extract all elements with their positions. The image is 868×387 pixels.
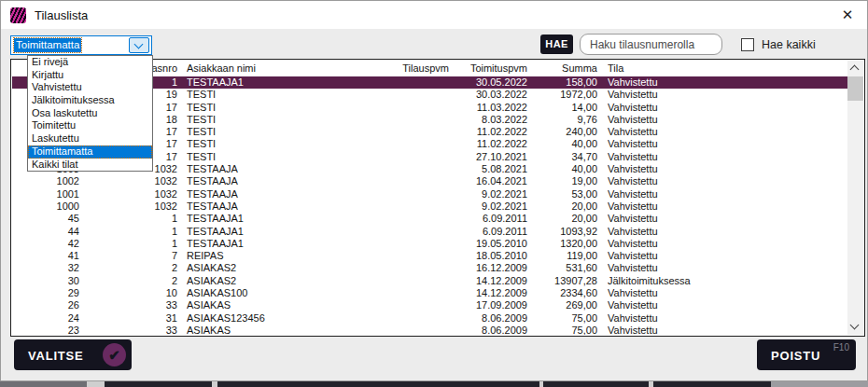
table-cell: 7	[87, 250, 177, 262]
table-cell: 8.03.2022	[432, 114, 527, 126]
table-row[interactable]: 10011032TESTAAJA9.02.202153,00Vahvistett…	[12, 188, 847, 200]
table-cell: ASIAKAS2	[187, 275, 355, 287]
search-input[interactable]	[580, 34, 722, 55]
table-cell: Vahvistettu	[608, 76, 794, 89]
chevron-down-icon	[134, 40, 144, 49]
filter-option[interactable]: Jälkitoimituksessa	[28, 94, 152, 107]
table-cell: TESTAAJA	[187, 200, 355, 213]
table-cell: 30.05.2022	[432, 76, 527, 89]
table-row[interactable]: 10001032TESTAAJA9.02.202120,00Vahvistett…	[12, 200, 847, 213]
table-cell: 33	[87, 325, 177, 335]
table-cell: TESTAAJA	[187, 163, 355, 175]
table-cell: 11.02.2022	[432, 138, 527, 150]
table-row[interactable]: 2333ASIAKAS8.06.200975,00Vahvistettu	[12, 325, 847, 335]
table-row[interactable]: 302ASIAKAS214.12.200913907,28Jälkitoimit…	[12, 275, 847, 287]
valitse-button[interactable]: VALITSE ✔	[14, 339, 132, 370]
table-cell: 32	[14, 262, 79, 274]
table-cell: Vahvistettu	[608, 126, 794, 138]
table-cell: 53,00	[535, 188, 597, 200]
table-row[interactable]: 322ASIAKAS216.12.2009531,60Vahvistettu	[12, 262, 847, 274]
table-cell: Vahvistettu	[608, 262, 794, 274]
table-cell: 23	[14, 325, 79, 335]
table-cell: TESTI	[187, 102, 355, 114]
chevron-down-icon	[850, 321, 860, 330]
table-cell: 17.09.2009	[432, 299, 527, 311]
filter-option[interactable]: Kaikki tilat	[28, 159, 152, 172]
table-cell: 1032	[87, 175, 177, 187]
table-cell: 33	[87, 299, 177, 311]
hae-kaikki-checkbox[interactable]	[741, 38, 754, 51]
column-header[interactable]: Summa	[535, 61, 597, 76]
table-row[interactable]: 2633ASIAKAS17.09.2009269,00Vahvistettu	[12, 299, 847, 311]
table-row[interactable]: 10021032TESTAAJA16.04.202119,00Vahvistet…	[12, 175, 847, 187]
column-header[interactable]: Asiakkaan nimi	[187, 61, 355, 76]
filter-option[interactable]: Osa laskutettu	[28, 107, 152, 120]
table-cell: 9,76	[535, 114, 597, 126]
filter-combobox[interactable]: Toimittamatta	[10, 35, 152, 55]
table-cell: 8.06.2009	[432, 325, 527, 335]
table-cell: 41	[14, 250, 79, 262]
table-row[interactable]: 2431ASIAKAS1234568.06.200975,00Vahvistet…	[12, 312, 847, 325]
table-cell: ASIAKAS100	[187, 287, 355, 299]
scrollbar-thumb[interactable]	[847, 76, 863, 101]
filter-option[interactable]: Toimitettu	[28, 119, 152, 132]
filter-option[interactable]: Ei rivejä	[28, 56, 152, 69]
table-cell: TESTAAJA1	[187, 76, 355, 89]
table-cell: 1	[87, 226, 177, 238]
filter-option[interactable]: Toimittamatta	[28, 145, 152, 159]
table-cell: Vahvistettu	[608, 138, 794, 150]
table-cell: 1032	[87, 200, 177, 213]
table-cell: Vahvistettu	[608, 287, 794, 299]
table-cell: 1002	[14, 175, 79, 187]
table-cell: ASIAKAS123456	[187, 312, 355, 325]
table-row[interactable]: 451TESTAAJA16.09.201120,00Vahvistettu	[12, 213, 847, 225]
table-cell: Vahvistettu	[608, 102, 794, 114]
table-row[interactable]: 2910ASIAKAS10014.12.20092334,60Vahvistet…	[12, 287, 847, 299]
table-cell: TESTAAJA1	[187, 238, 355, 250]
column-header[interactable]: Toimituspvm	[432, 61, 527, 76]
table-cell: ASIAKAS2	[187, 262, 355, 274]
table-cell: 40,00	[535, 138, 597, 150]
table-cell: 2334,60	[535, 287, 597, 299]
table-row[interactable]: 421TESTAAJA119.05.20101320,00Vahvistettu	[12, 238, 847, 250]
filter-option[interactable]: Kirjattu	[28, 69, 152, 82]
table-cell: 34,70	[535, 151, 597, 163]
scroll-down-button[interactable]	[847, 319, 863, 335]
table-cell: 158,00	[535, 76, 597, 89]
combo-dropdown-button[interactable]	[129, 37, 149, 53]
column-header[interactable]: Tila	[608, 61, 794, 76]
filter-option[interactable]: Laskutettu	[28, 132, 152, 145]
taskbar-segment	[543, 381, 649, 387]
table-cell: ASIAKAS	[187, 299, 355, 311]
table-cell: 1001	[14, 188, 79, 200]
table-cell: Vahvistettu	[608, 325, 794, 335]
table-cell: Vahvistettu	[608, 213, 794, 225]
table-cell: TESTAAJA	[187, 175, 355, 187]
vertical-scrollbar[interactable]	[847, 61, 863, 335]
table-cell: 30.03.2022	[432, 89, 527, 101]
filter-option[interactable]: Vahvistettu	[28, 81, 152, 94]
table-cell: 9.02.2021	[432, 188, 527, 200]
table-cell: 24	[14, 312, 79, 325]
taskbar-segment	[653, 381, 771, 387]
scroll-up-button[interactable]	[847, 61, 863, 76]
table-cell: 6.09.2011	[432, 226, 527, 238]
table-cell: 269,00	[535, 299, 597, 311]
table-cell: 16.12.2009	[432, 262, 527, 274]
table-cell: 240,00	[535, 126, 597, 138]
close-icon[interactable]: ✕	[839, 7, 856, 23]
table-cell: 2	[87, 262, 177, 274]
poistu-button[interactable]: POISTU F10	[757, 339, 856, 370]
poistu-hotkey: F10	[833, 342, 849, 352]
table-cell: 119,00	[535, 250, 597, 262]
table-cell: 6.09.2011	[432, 213, 527, 225]
table-cell: 531,60	[535, 262, 597, 274]
table-row[interactable]: 417REIPAS18.05.2010119,00Vahvistettu	[12, 250, 847, 262]
table-cell: Vahvistettu	[608, 226, 794, 238]
table-row[interactable]: 441TESTAAJA16.09.20111093,92Vahvistettu	[12, 226, 847, 238]
window-title: Tilauslista	[35, 8, 88, 22]
table-cell: 75,00	[535, 312, 597, 325]
hae-search-button[interactable]: HAE	[540, 35, 573, 54]
table-cell: ASIAKAS	[187, 325, 355, 335]
table-cell: 14.12.2009	[432, 287, 527, 299]
